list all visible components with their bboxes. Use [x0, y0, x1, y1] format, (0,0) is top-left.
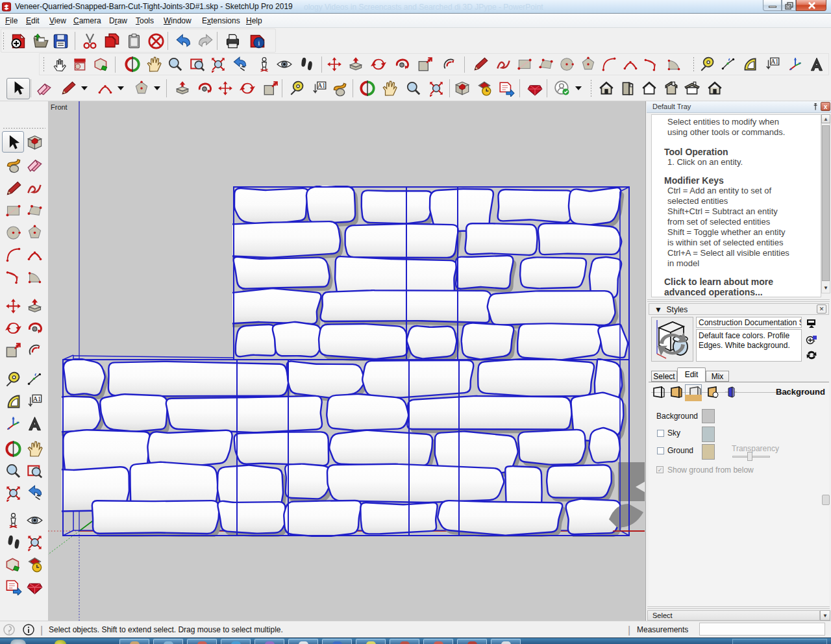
svg-text:Front: Front: [51, 103, 68, 111]
